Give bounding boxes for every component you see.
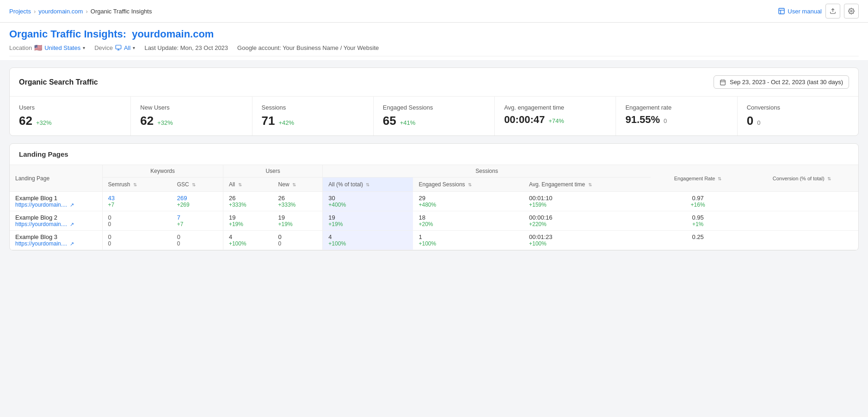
settings-button[interactable] [844,4,859,18]
calendar-icon [720,79,726,86]
row1-all-users-val: 26 [229,195,267,202]
col-group-keywords: Keywords [102,165,223,178]
row3-semrush: 0 0 [102,231,172,250]
location-label: Location [9,44,32,51]
row2-new-users: 19 +19% [273,211,323,231]
row2-gsc-change: +7 [177,221,217,227]
metric-engagement-rate: Engagement rate 91.55% 0 [616,97,737,135]
user-manual-link[interactable]: User manual [778,7,822,15]
all-users-sort-icon[interactable]: ⇅ [238,182,242,187]
row3-semrush-val: 0 [108,233,166,240]
engagement-rate-sort-icon[interactable]: ⇅ [718,176,721,181]
table-row: Example Blog 2 https://yourdomain.... ↗ … [10,211,858,231]
row1-page: Example Blog 1 https://yourdomain.... ↗ [10,192,102,211]
row1-semrush: 43 +7 [102,192,172,211]
export-button[interactable] [825,4,840,18]
col-group-sessions: Sessions [323,165,651,178]
metric-sessions-number: 71 [262,114,275,128]
row2-external-icon[interactable]: ↗ [70,221,74,227]
date-range-text: Sep 23, 2023 - Oct 22, 2023 (last 30 day… [730,79,843,86]
row2-new-users-change: +19% [278,221,317,227]
new-users-sort-icon[interactable]: ⇅ [292,182,296,187]
row1-new-users-change: +333% [278,202,317,208]
row3-engagement-rate: 0.25 [651,231,745,250]
semrush-sort-icon[interactable]: ⇅ [133,182,137,187]
metric-sessions-label: Sessions [262,104,364,111]
col-avg-engagement: Avg. Engagement time ⇅ [523,178,651,192]
svg-rect-8 [720,80,726,85]
page-title-domain: yourdomain.com [132,28,214,40]
metric-sessions-value: 71 +42% [262,114,364,128]
svg-point-4 [850,10,852,12]
row1-gsc-change: +269 [177,202,217,208]
row1-engaged-sessions: 29 +480% [413,192,523,211]
row2-avg-engagement-val: 00:00:16 [529,214,645,221]
organic-search-header: Organic Search Traffic Sep 23, 2023 - Oc… [10,68,858,96]
landing-pages-header: Landing Pages [10,144,858,165]
metric-new-users-label: New Users [140,104,242,111]
row3-external-icon[interactable]: ↗ [70,241,74,246]
device-label: Device [94,44,113,51]
page-meta: Location 🇺🇸 United States ▾ Device All ▾… [9,44,859,56]
gsc-label: GSC [177,181,189,188]
metric-conversions-value: 0 0 [747,114,849,128]
device-value[interactable]: All [124,44,130,51]
row1-page-url: https://yourdomain.... ↗ [15,202,97,208]
main-content: Organic Search Traffic Sep 23, 2023 - Oc… [0,60,868,265]
metric-engaged-value: 65 +41% [383,114,485,128]
row1-conversion [745,192,858,211]
row1-all-sessions-val: 30 [328,195,407,202]
row3-all-sessions-val: 4 [328,233,407,240]
breadcrumb: Projects › yourdomain.com › Organic Traf… [9,8,152,15]
metric-new-users: New Users 62 +32% [131,97,252,135]
row2-conversion [745,211,858,231]
row1-semrush-val: 43 [108,195,166,202]
row3-new-users-change: 0 [278,240,317,247]
breadcrumb-domain[interactable]: yourdomain.com [38,8,83,15]
gsc-sort-icon[interactable]: ⇅ [192,182,196,187]
location-value[interactable]: United States [44,44,80,51]
svg-rect-0 [779,8,784,14]
row1-all-users-change: +333% [229,202,267,208]
location-dropdown-arrow[interactable]: ▾ [83,45,85,50]
avg-engagement-sort-icon[interactable]: ⇅ [588,182,592,187]
export-icon [830,8,836,14]
metric-engaged-sessions: Engaged Sessions 65 +41% [374,97,495,135]
col-group-users: Users [223,165,322,178]
breadcrumb-projects[interactable]: Projects [9,8,31,15]
conversion-sort-icon[interactable]: ⇅ [827,176,831,181]
col-all-users: All ⇅ [223,178,272,192]
date-range-button[interactable]: Sep 23, 2023 - Oct 22, 2023 (last 30 day… [714,75,849,89]
row3-page-link[interactable]: https://yourdomain.... [15,240,67,247]
row1-page-name: Example Blog 1 [15,195,97,202]
row1-page-link[interactable]: https://yourdomain.... [15,202,67,208]
metric-sessions: Sessions 71 +42% [252,97,374,135]
row2-all-users-change: +19% [229,221,267,227]
organic-search-title: Organic Search Traffic [19,78,98,86]
engaged-sessions-sort-icon[interactable]: ⇅ [468,182,472,187]
row2-engaged-sessions: 18 +20% [413,211,523,231]
page-header: Organic Traffic Insights: yourdomain.com… [0,23,868,60]
col-landing-page: Landing Page [10,165,102,192]
metric-avg-label: Avg. engagement time [504,104,606,111]
row3-all-users-val: 4 [229,233,267,240]
row3-all-users-change: +100% [229,240,267,247]
row3-all-sessions-change: +100% [328,240,407,247]
row1-avg-engagement: 00:01:10 +159% [523,192,651,211]
metric-conversions-number: 0 [747,114,753,128]
all-sessions-sort-icon[interactable]: ⇅ [366,182,369,187]
breadcrumb-sep2: › [86,8,87,15]
row3-semrush-change: 0 [108,240,166,247]
engaged-sessions-label: Engaged Sessions [419,181,465,188]
row3-engaged-sessions: 1 +100% [413,231,523,250]
metric-conversions: Conversions 0 0 [738,97,858,135]
row1-avg-engagement-change: +159% [529,202,645,208]
row1-external-icon[interactable]: ↗ [70,202,74,208]
metric-users-number: 62 [19,114,32,128]
row3-page-name: Example Blog 3 [15,233,97,240]
row2-page-link[interactable]: https://yourdomain.... [15,221,67,227]
device-dropdown-arrow[interactable]: ▾ [133,45,135,50]
metric-sessions-change: +42% [278,119,294,126]
row2-avg-engagement-change: +220% [529,221,645,227]
row3-avg-engagement-change: +100% [529,240,645,247]
